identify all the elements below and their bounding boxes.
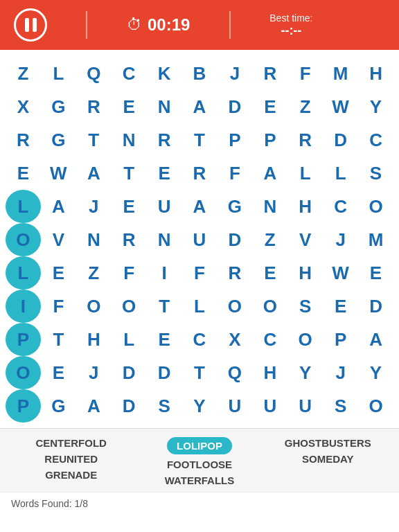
grid-cell[interactable]: O: [6, 356, 41, 389]
grid-cell[interactable]: I: [6, 290, 41, 323]
grid-cell[interactable]: S: [323, 389, 358, 423]
grid-cell[interactable]: Y: [358, 90, 393, 123]
grid-cell[interactable]: R: [147, 123, 182, 157]
grid-cell[interactable]: D: [323, 123, 358, 157]
grid-cell[interactable]: X: [6, 90, 41, 123]
grid-cell[interactable]: F: [217, 157, 252, 190]
grid-cell[interactable]: N: [76, 223, 112, 256]
grid-cell[interactable]: V: [41, 223, 76, 256]
grid-cell[interactable]: L: [41, 57, 76, 90]
grid-cell[interactable]: E: [358, 256, 393, 290]
grid-cell[interactable]: O: [217, 290, 252, 323]
grid-cell[interactable]: R: [287, 123, 323, 157]
grid-cell[interactable]: W: [41, 157, 76, 190]
grid-cell[interactable]: A: [358, 323, 393, 356]
word-item[interactable]: CENTERFOLD: [35, 437, 107, 449]
grid-cell[interactable]: P: [6, 323, 41, 356]
grid-cell[interactable]: W: [323, 256, 358, 290]
grid-cell[interactable]: J: [323, 356, 358, 389]
grid-cell[interactable]: D: [112, 389, 147, 423]
grid-cell[interactable]: X: [217, 323, 252, 356]
grid-cell[interactable]: R: [252, 57, 287, 90]
grid-cell[interactable]: V: [287, 223, 323, 256]
word-item[interactable]: LOLIPOP: [167, 437, 232, 454]
grid-cell[interactable]: N: [147, 90, 182, 123]
grid-cell[interactable]: P: [217, 123, 252, 157]
grid-cell[interactable]: W: [323, 90, 358, 123]
grid-cell[interactable]: G: [217, 190, 252, 223]
grid-cell[interactable]: F: [112, 256, 147, 290]
grid-cell[interactable]: T: [147, 290, 182, 323]
grid-cell[interactable]: U: [252, 389, 287, 423]
grid-cell[interactable]: H: [287, 256, 323, 290]
grid-cell[interactable]: K: [147, 57, 182, 90]
grid-cell[interactable]: L: [112, 323, 147, 356]
grid-cell[interactable]: E: [323, 290, 358, 323]
grid-cell[interactable]: C: [182, 323, 218, 356]
grid-cell[interactable]: T: [112, 157, 147, 190]
grid-cell[interactable]: L: [323, 157, 358, 190]
grid-cell[interactable]: Z: [6, 57, 41, 90]
grid-cell[interactable]: O: [358, 389, 393, 423]
grid-cell[interactable]: Y: [287, 356, 323, 389]
grid-cell[interactable]: O: [76, 290, 112, 323]
grid-cell[interactable]: J: [217, 57, 252, 90]
grid-cell[interactable]: M: [358, 223, 393, 256]
grid-cell[interactable]: A: [252, 157, 287, 190]
grid-cell[interactable]: Z: [252, 223, 287, 256]
grid-cell[interactable]: O: [252, 290, 287, 323]
grid-cell[interactable]: N: [252, 190, 287, 223]
grid-cell[interactable]: Y: [182, 389, 218, 423]
grid-cell[interactable]: D: [217, 223, 252, 256]
grid-cell[interactable]: Z: [287, 90, 323, 123]
grid-cell[interactable]: A: [76, 157, 112, 190]
grid-cell[interactable]: E: [112, 90, 147, 123]
grid-cell[interactable]: T: [182, 356, 218, 389]
grid-cell[interactable]: U: [182, 223, 218, 256]
grid-cell[interactable]: R: [182, 157, 218, 190]
grid-cell[interactable]: P: [6, 389, 41, 423]
grid-cell[interactable]: U: [287, 389, 323, 423]
grid-cell[interactable]: A: [76, 389, 112, 423]
word-item[interactable]: REUNITED: [44, 453, 98, 465]
grid-cell[interactable]: D: [217, 90, 252, 123]
word-item[interactable]: GRENADE: [45, 469, 97, 481]
grid-cell[interactable]: H: [252, 356, 287, 389]
grid-cell[interactable]: H: [358, 57, 393, 90]
grid-cell[interactable]: G: [41, 389, 76, 423]
grid-cell[interactable]: J: [323, 223, 358, 256]
grid-cell[interactable]: G: [41, 90, 76, 123]
grid-cell[interactable]: C: [358, 123, 393, 157]
grid-cell[interactable]: E: [252, 90, 287, 123]
grid-cell[interactable]: L: [6, 190, 41, 223]
grid-cell[interactable]: L: [287, 157, 323, 190]
grid-cell[interactable]: D: [358, 290, 393, 323]
grid-cell[interactable]: Z: [76, 256, 112, 290]
grid-cell[interactable]: G: [41, 123, 76, 157]
grid-cell[interactable]: E: [147, 323, 182, 356]
grid-cell[interactable]: J: [76, 190, 112, 223]
grid-cell[interactable]: F: [182, 256, 218, 290]
grid-cell[interactable]: C: [112, 57, 147, 90]
grid-cell[interactable]: T: [182, 123, 218, 157]
grid-cell[interactable]: U: [217, 389, 252, 423]
grid-cell[interactable]: Q: [217, 356, 252, 389]
grid-cell[interactable]: N: [147, 223, 182, 256]
grid-cell[interactable]: J: [76, 356, 112, 389]
grid-cell[interactable]: D: [112, 356, 147, 389]
word-item[interactable]: FOOTLOOSE: [167, 459, 232, 470]
grid-cell[interactable]: E: [41, 256, 76, 290]
grid-cell[interactable]: C: [323, 190, 358, 223]
grid-cell[interactable]: E: [112, 190, 147, 223]
grid-cell[interactable]: Y: [358, 356, 393, 389]
grid-cell[interactable]: R: [76, 90, 112, 123]
grid-cell[interactable]: L: [6, 256, 41, 290]
grid-cell[interactable]: E: [252, 256, 287, 290]
grid-cell[interactable]: S: [287, 290, 323, 323]
grid-cell[interactable]: L: [182, 290, 218, 323]
grid-cell[interactable]: R: [112, 223, 147, 256]
grid-cell[interactable]: P: [252, 123, 287, 157]
grid-cell[interactable]: U: [147, 190, 182, 223]
grid-cell[interactable]: T: [76, 123, 112, 157]
grid-cell[interactable]: D: [147, 356, 182, 389]
